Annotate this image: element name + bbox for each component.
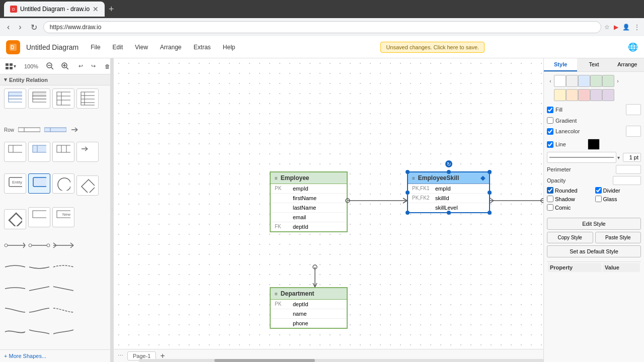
account-icon[interactable]: 👤 — [622, 24, 630, 31]
new-tab-button[interactable]: + — [109, 4, 114, 15]
shape-row3[interactable] — [52, 142, 74, 162]
h-scrollbar-thumb[interactable] — [214, 359, 315, 362]
handle-bl[interactable] — [406, 211, 410, 215]
undo-button[interactable]: ↩ — [75, 61, 87, 71]
shape-table1[interactable] — [4, 88, 26, 109]
shape-entity-rect[interactable]: New — [52, 207, 74, 227]
shape-circle[interactable] — [52, 173, 74, 194]
line-checkbox[interactable] — [547, 141, 553, 148]
shape-diamond[interactable] — [76, 175, 99, 196]
edit-style-button[interactable]: Edit Style — [547, 218, 641, 230]
tab-text[interactable]: Text — [577, 58, 610, 71]
table-department[interactable]: ≡ Department PK deptId name — [270, 287, 348, 329]
handle-tm[interactable] — [447, 170, 451, 174]
bookmark-icon[interactable]: ☆ — [604, 24, 610, 31]
delete-button[interactable]: 🗑 — [101, 61, 111, 71]
line-style-dropdown[interactable]: ▾ — [617, 155, 620, 160]
shape-table3[interactable] — [52, 88, 74, 109]
add-shapes-button[interactable]: + More Shapes... — [0, 349, 110, 362]
perimeter-input[interactable]: 0 pt — [616, 165, 641, 174]
options-icon[interactable]: ⋯ — [118, 352, 123, 359]
shape-table2[interactable] — [28, 88, 50, 109]
menu-edit[interactable]: Edit — [111, 43, 125, 52]
tab-style[interactable]: Style — [544, 58, 577, 71]
tab-title: Untitled Diagram - draw.io — [20, 6, 90, 13]
shape-relation-type[interactable] — [28, 207, 50, 227]
table-employee[interactable]: ≡ Employee PK empId firstName — [270, 171, 348, 232]
lanecolor-picker[interactable] — [626, 126, 641, 137]
svg-text:D: D — [11, 45, 14, 50]
swatch-yellow[interactable] — [554, 89, 566, 101]
shape-row1[interactable] — [4, 142, 26, 162]
shadow-checkbox[interactable] — [547, 196, 553, 202]
handle-tl[interactable] — [406, 170, 410, 174]
shape-arrow1[interactable] — [76, 142, 99, 162]
left-panel: ▾ 100% ↩ ↪ 🗑 ⧉ 📋 → — [0, 58, 111, 362]
swatch-lightgray[interactable] — [566, 75, 578, 87]
browser-tab[interactable]: D Untitled Diagram - draw.io ✕ — [4, 2, 105, 17]
gradient-checkbox[interactable] — [547, 117, 553, 124]
handle-mr[interactable] — [488, 191, 492, 195]
menu-icon[interactable]: ⋮ — [634, 24, 640, 31]
copy-style-button[interactable]: Copy Style — [547, 232, 593, 243]
zoom-out-button[interactable] — [43, 60, 57, 72]
tab-arrange[interactable]: Arrange — [611, 58, 644, 71]
menu-arrange[interactable]: Arrange — [158, 43, 184, 52]
zoom-display[interactable]: 100% — [21, 61, 42, 71]
swatch-white[interactable] — [554, 75, 566, 87]
swatch-orange[interactable] — [566, 89, 578, 101]
swatch-purple[interactable] — [590, 89, 602, 101]
rotate-handle[interactable]: ↻ — [445, 160, 452, 167]
canvas-bottom: ⋯ Page-1 + — [114, 349, 543, 362]
shape-table4[interactable] — [76, 88, 99, 109]
employee-title: Employee — [281, 174, 309, 182]
line-style-preview[interactable] — [547, 152, 616, 163]
opacity-input[interactable]: 100 % — [613, 176, 641, 185]
set-default-style-button[interactable]: Set as Default Style — [547, 245, 641, 257]
divider-checkbox[interactable] — [595, 187, 602, 194]
menu-help[interactable]: Help — [221, 43, 237, 52]
menu-extras[interactable]: Extras — [192, 43, 213, 52]
swatch-green2[interactable] — [602, 75, 614, 87]
line-weight-input[interactable]: 1 pt — [623, 153, 641, 162]
back-button[interactable]: ‹ — [4, 22, 13, 33]
menu-file[interactable]: File — [89, 43, 102, 52]
table-employeeskill[interactable]: ↻ ≡ EmployeeSkill ◆ PK,FK1 empId PK,FK — [407, 171, 490, 213]
handle-bm[interactable] — [447, 211, 451, 215]
svg-line-69 — [403, 201, 407, 203]
glass-checkbox[interactable] — [595, 196, 602, 202]
handle-tr[interactable] — [488, 170, 492, 174]
unsaved-notice[interactable]: Unsaved changes. Click here to save. — [380, 42, 485, 53]
globe-icon[interactable]: 🌐 — [628, 43, 638, 51]
svg-rect-4 — [6, 67, 9, 69]
shape-rect[interactable]: Entity — [4, 173, 26, 194]
lanecolor-checkbox[interactable] — [547, 128, 553, 135]
rounded-checkbox[interactable] — [547, 187, 553, 194]
shape-diamond-filled[interactable] — [4, 209, 26, 229]
handle-ml[interactable] — [406, 191, 410, 195]
menu-view[interactable]: View — [133, 43, 150, 52]
redo-button[interactable]: ↪ — [88, 61, 99, 71]
swatch-lightgreen[interactable] — [590, 75, 602, 87]
tab-close-button[interactable]: ✕ — [93, 5, 99, 13]
forward-button[interactable]: › — [16, 22, 24, 33]
handle-br[interactable] — [488, 211, 492, 215]
swatch-pink[interactable] — [578, 89, 590, 101]
fill-checkbox[interactable] — [547, 107, 553, 113]
line-color-picker[interactable] — [588, 139, 600, 150]
fill-color-picker[interactable] — [626, 104, 641, 115]
color-prev[interactable]: ‹ — [547, 75, 554, 87]
shape-row2[interactable] — [28, 142, 50, 162]
h-scrollbar[interactable] — [139, 359, 543, 362]
canvas[interactable]: ≡ Employee PK empId firstName — [114, 58, 543, 362]
paste-style-button[interactable]: Paste Style — [595, 232, 641, 243]
color-next[interactable]: › — [614, 75, 621, 87]
swatch-purple2[interactable] — [602, 89, 614, 101]
view-toggle-button[interactable]: ▾ — [2, 61, 20, 71]
refresh-button[interactable]: ↻ — [28, 22, 40, 33]
zoom-in-button[interactable] — [58, 60, 72, 72]
comic-checkbox[interactable] — [547, 204, 553, 211]
swatch-lightblue[interactable] — [578, 75, 590, 87]
shape-selected-style[interactable] — [28, 173, 50, 194]
address-bar[interactable] — [43, 21, 601, 33]
